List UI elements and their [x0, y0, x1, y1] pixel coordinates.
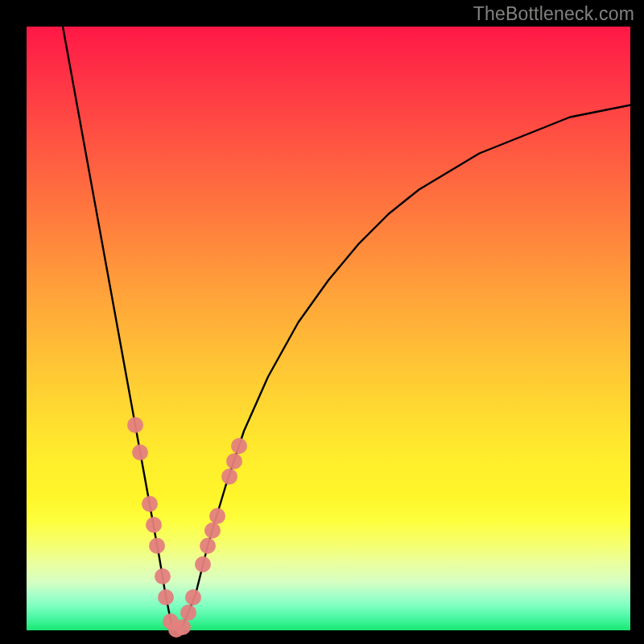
data-marker	[209, 508, 225, 524]
data-marker	[221, 469, 237, 485]
data-marker	[231, 438, 247, 454]
data-marker	[195, 556, 211, 572]
data-marker	[180, 605, 196, 621]
chart-frame: TheBottleneck.com	[0, 0, 644, 644]
plot-area	[27, 27, 630, 630]
data-marker	[175, 619, 191, 635]
data-marker	[185, 589, 201, 605]
data-marker	[149, 538, 165, 554]
data-marker	[127, 417, 143, 433]
data-marker	[200, 538, 216, 554]
data-marker	[132, 444, 148, 460]
marker-layer	[27, 27, 630, 630]
data-marker	[226, 453, 242, 469]
watermark-text: TheBottleneck.com	[473, 3, 634, 25]
data-marker	[155, 568, 171, 584]
data-marker	[146, 517, 162, 533]
data-marker	[142, 496, 158, 512]
data-marker	[204, 522, 221, 539]
data-marker	[158, 589, 174, 605]
